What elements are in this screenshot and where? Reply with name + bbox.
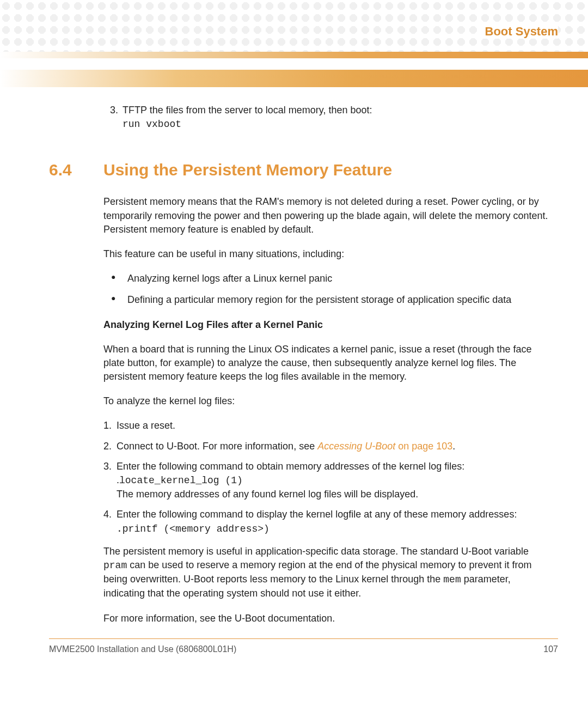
paragraph: When a board that is running the Linux O… [103, 343, 550, 384]
cross-reference-link[interactable]: Accessing U-Boot [317, 441, 395, 452]
paragraph: This feature can be useful in many situa… [103, 247, 550, 261]
paragraph: The persistent memory is useful in appli… [103, 545, 550, 601]
paragraph: For more information, see the U-Boot doc… [103, 612, 550, 625]
subheading: Analyzing Kernel Log Files after a Kerne… [103, 318, 550, 332]
section-title: Using the Persistent Memory Feature [103, 159, 550, 181]
inline-code: .printf (<memory address>) [117, 524, 270, 534]
header-thick-bar [0, 70, 588, 87]
chapter-title: Boot System [480, 25, 558, 39]
paragraph: Persistent memory means that the RAM's m… [103, 195, 550, 236]
page-number: 107 [543, 644, 558, 654]
list-item: 4. Enter the following command to displa… [103, 508, 550, 535]
step-number: 3. [110, 104, 118, 131]
item-number: 3. [103, 460, 117, 502]
item-number: 4. [103, 508, 117, 535]
section-number: 6.4 [49, 159, 103, 181]
list-item: 2. Connect to U-Boot. For more informati… [103, 440, 550, 453]
list-item: Defining a particular memory region for … [121, 293, 550, 307]
inline-code: mem [443, 574, 461, 585]
page-content: 3. TFTP the files from the server to loc… [0, 93, 588, 625]
paragraph: To analyze the kernel log files: [103, 394, 550, 408]
item-number: 2. [103, 440, 117, 453]
step-code: run vxboot [122, 119, 181, 130]
ordered-list: 1. Issue a reset. 2. Connect to U-Boot. … [103, 419, 550, 535]
cross-reference-link[interactable]: on page 103 [395, 441, 452, 452]
list-item: 1. Issue a reset. [103, 419, 550, 433]
item-body: Enter the following command to display t… [117, 508, 550, 535]
bullet-list: Analyzing kernel logs after a Linux kern… [103, 272, 550, 307]
page-header: Boot System [0, 0, 588, 93]
list-item: 3. Enter the following command to obtain… [103, 460, 550, 502]
item-body: Issue a reset. [117, 419, 550, 433]
inline-code: pram [103, 560, 127, 571]
footer-doc-title: MVME2500 Installation and Use (6806800L0… [49, 644, 236, 654]
step-text: TFTP the files from the server to local … [122, 105, 372, 115]
inline-code: locate_kernel_log (1) [119, 475, 243, 486]
list-item: Analyzing kernel logs after a Linux kern… [121, 272, 550, 285]
item-body: Connect to U-Boot. For more information,… [117, 440, 550, 453]
item-number: 1. [103, 419, 117, 433]
section-heading: 6.4 Using the Persistent Memory Feature [49, 159, 550, 181]
header-thin-bar [0, 52, 588, 58]
step-3: 3. TFTP the files from the server to loc… [110, 104, 550, 131]
item-body: Enter the following command to obtain me… [117, 460, 550, 502]
page-footer: MVME2500 Installation and Use (6806800L0… [49, 638, 558, 654]
